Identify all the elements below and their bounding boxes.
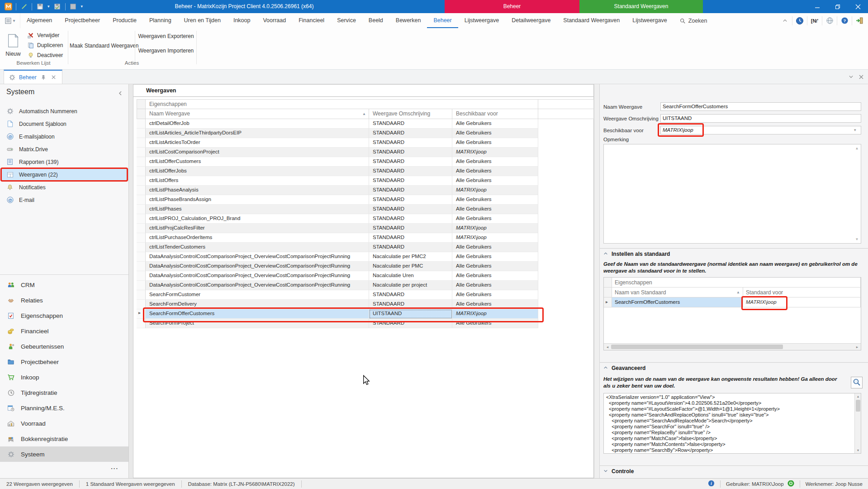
sidebar-group-crm[interactable]: CRM (0, 277, 128, 292)
help-icon[interactable]: ? (838, 15, 851, 27)
save-all-icon[interactable] (53, 2, 62, 11)
ribbon-tab-beheer[interactable]: Beheer (427, 13, 458, 28)
table-row-searchformoffercustomers[interactable]: ▸SearchFormOfferCustomersUITSTAANDMATRIX… (137, 309, 538, 319)
table-row-dataanalysiscontrolcostcomparisonproject[interactable]: DataAnalysisControlCostComparisonProject… (137, 271, 538, 281)
scroll-up-icon[interactable]: ▲ (854, 145, 860, 151)
opmerking-textarea[interactable]: ▲ ▼ (603, 144, 861, 244)
table-row-ctrllistprojcalcresfilter[interactable]: ctrlListProjCalcResFilterSTANDAARDMATRIX… (137, 224, 538, 233)
tab-list-dropdown-icon[interactable] (849, 73, 854, 81)
web-globe-icon[interactable] (823, 15, 836, 27)
standaard-band-header[interactable]: Eigenschappen (612, 278, 861, 288)
sidebar-item-rapporten-139[interactable]: Rapporten (139) (0, 156, 128, 168)
ribbon-tab-financieel[interactable]: Financieel (292, 13, 331, 28)
deactiveer-button[interactable]: Deactiveer (27, 51, 63, 60)
sidebar-group-eigenschappen[interactable]: Eigenschappen (0, 308, 128, 323)
ribbon-tab-detailweergave[interactable]: Detailweergave (505, 13, 557, 28)
table-row-ctrllisttendercustomers[interactable]: ctrlListTenderCustomersSTANDAARDAlle Geb… (137, 243, 538, 252)
combo-dropdown-icon[interactable]: ▾ (854, 128, 867, 132)
inspect-button[interactable] (851, 377, 863, 388)
section-controle[interactable]: Controle (600, 465, 868, 476)
sidebar-item-matrix-drive[interactable]: Matrix.Drive (0, 143, 128, 155)
scroll-right-icon[interactable]: ► (854, 344, 860, 350)
ribbon-tab-algemeen[interactable]: Algemeen (20, 13, 58, 28)
weergaven-exporteren-button[interactable]: Weergaven Exporteren (137, 33, 195, 39)
sidebar-group-financieel[interactable]: Financieel (0, 323, 128, 339)
table-row-ctrllistoffercustomers[interactable]: ctrlListOfferCustomersSTANDAARDAlle Gebr… (137, 157, 538, 167)
xml-editor[interactable]: <XtraSerializer version="1.0" applicatio… (603, 393, 861, 454)
sidebar-item-notificaties[interactable]: Notificaties (0, 181, 128, 193)
sidebar-group-bokkenregistratie[interactable]: Bokkenregistratie (0, 431, 128, 446)
scrollbar-thumb[interactable] (856, 400, 860, 412)
ribbon-tab-planning[interactable]: Planning (143, 13, 178, 28)
ribbon-tab-projectbeheer[interactable]: Projectbeheer (58, 13, 106, 28)
sidebar-group-relaties[interactable]: Relaties (0, 292, 128, 308)
pin-icon[interactable] (40, 74, 47, 81)
table-row-ctrllistphases[interactable]: ctrlListPhasesSTANDAARDAlle Gebruikers (137, 205, 538, 214)
nieuw-button[interactable]: Nieuw (3, 30, 24, 61)
table-row-ctrllistcostcomparisonproject[interactable]: ctrlListCostComparisonProjectSTANDAARDMA… (137, 148, 538, 157)
table-row-searchformcustomer[interactable]: SearchFormCustomerSTANDAARDAlle Gebruike… (137, 290, 538, 300)
table-row-ctrllistphaseanalysis[interactable]: ctrlListPhaseAnalysisSTANDAARDMATRIX\joo… (137, 186, 538, 195)
sidebar-group-projectbeheer[interactable]: Projectbeheer (0, 354, 128, 369)
restore-button[interactable] (827, 0, 848, 13)
ribbon-tab-bewerken[interactable]: Bewerken (389, 13, 427, 28)
scroll-down-icon[interactable]: ▼ (854, 236, 860, 242)
ribbon-tab-beeld[interactable]: Beeld (362, 13, 389, 28)
sidebar-group-voorraad[interactable]: Voorraad (0, 416, 128, 431)
history-clock-icon[interactable] (793, 15, 806, 27)
edit-icon[interactable] (19, 2, 28, 11)
table-row-searchformdelivery[interactable]: SearchFormDeliverySTANDAARDAlle Gebruike… (137, 300, 538, 309)
sidebar-item-e-mail[interactable]: @E-mail (0, 194, 128, 206)
sidebar-collapse-icon[interactable] (118, 90, 123, 98)
naam-weergave-input[interactable]: SearchFormOfferCustomers (660, 102, 861, 111)
table-row-searchformproject[interactable]: SearchFormProjectSTANDAARDAlle Gebruiker… (137, 319, 538, 328)
verwijder-button[interactable]: Verwijder (27, 31, 59, 40)
dupliceren-button[interactable]: Dupliceren (27, 41, 63, 50)
exit-icon[interactable] (853, 15, 866, 27)
scroll-left-icon[interactable]: ◄ (604, 344, 611, 350)
table-row-dataanalysiscontrolcostcomparisonproject[interactable]: DataAnalysisControlCostComparisonProject… (137, 281, 538, 290)
section-instellen-als-standaard[interactable]: Instellen als standaard (600, 248, 868, 259)
ribbon-tab-lijstweergave[interactable]: Lijstweergave (626, 13, 673, 28)
ribbon-tab-voorraad[interactable]: Voorraad (256, 13, 292, 28)
weergave-omschrijving-input[interactable]: UITSTAAND (660, 114, 861, 123)
sidebar-overflow-button[interactable]: ... (111, 464, 119, 470)
scrollbar-thumb[interactable] (611, 345, 783, 349)
sidebar-group-planning-m-e-s[interactable]: Planning/M.E.S. (0, 400, 128, 416)
file-menu-icon[interactable]: ▾ (0, 13, 20, 28)
column-header-naam-van-standaard[interactable]: Naam van Standaard▲ (612, 288, 743, 297)
ribbon-tab-service[interactable]: Service (331, 13, 362, 28)
table-row-dataanalysiscontrolcostcomparisonproject[interactable]: DataAnalysisControlCostComparisonProject… (137, 262, 538, 271)
table-row-ctrllistarticlestoorder[interactable]: ctrlListArticlesToOrderSTANDAARDAlle Geb… (137, 138, 538, 148)
minimize-button[interactable] (807, 0, 827, 13)
layout-icon[interactable] (69, 2, 78, 11)
collapse-ribbon-icon[interactable] (778, 15, 792, 27)
beschikbaar-voor-combobox[interactable]: MATRIX\joop (660, 126, 861, 134)
ribbon-search[interactable]: Zoeken (674, 13, 713, 28)
app-icon[interactable] (4, 2, 13, 11)
ribbon-tab-standaard-weergaven[interactable]: Standaard Weergaven (557, 13, 626, 28)
scroll-up-icon[interactable]: ▲ (855, 393, 861, 399)
sidebar-item-document-sjabloon[interactable]: Document Sjabloon (0, 118, 128, 130)
ribbon-tab-productie[interactable]: Productie (106, 13, 143, 28)
horizontal-scrollbar[interactable]: ◄ ► (604, 343, 861, 350)
table-row-ctrllistofferjobs[interactable]: ctrlListOfferJobsSTANDAARDAlle Gebruiker… (137, 167, 538, 176)
status-info[interactable]: i (702, 480, 720, 488)
ribbon-tab-lijstweergave[interactable]: Lijstweergave (458, 13, 505, 28)
close-button[interactable] (848, 0, 868, 13)
column-header-standaard-voor[interactable]: Standaard voor (743, 288, 861, 297)
sidebar-group-tijdregistratie[interactable]: Tijdregistratie (0, 385, 128, 400)
table-row-dataanalysiscontrolcostcomparisonproject[interactable]: DataAnalysisControlCostComparisonProject… (137, 252, 538, 262)
weergaven-importeren-button[interactable]: Weergaven Importeren (137, 48, 195, 54)
sidebar-item-automatisch-nummeren[interactable]: Automatisch Nummeren (0, 105, 128, 117)
table-row-ctrllistproj-calculation-proj-brand[interactable]: ctrlListPROJ_Calculation_PROJ_BrandSTAND… (137, 214, 538, 224)
ribbon-tab-inkoop[interactable]: Inkoop (227, 13, 257, 28)
sidebar-group-systeem[interactable]: Systeem (0, 446, 128, 462)
maak-standaard-weergaven-button[interactable]: Maak Standaard Weergaven (70, 43, 134, 49)
table-row-ctrllistpurchaseorderitems[interactable]: ctrlListPurchaseOrderItemsSTANDAARDMATRI… (137, 233, 538, 243)
table-row-ctrllistoffers[interactable]: ctrlListOffersSTANDAARDAlle Gebruikers (137, 176, 538, 186)
sidebar-group-gebeurtenissen[interactable]: Gebeurtenissen (0, 339, 128, 354)
standaard-data-row[interactable]: ▸ SearchFormOfferCustomers MATRIX\joop (604, 297, 861, 307)
save-icon[interactable] (35, 2, 44, 11)
section-geavanceerd[interactable]: Geavanceerd (600, 362, 868, 373)
